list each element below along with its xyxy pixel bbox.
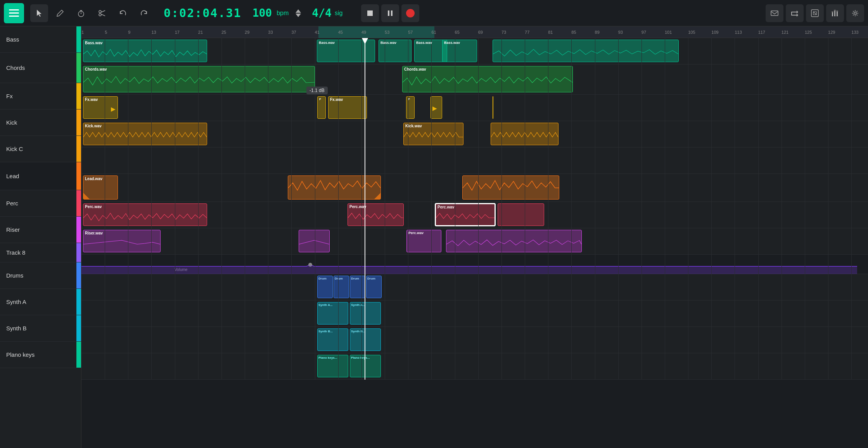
clip-drums-1[interactable]: Drum [317, 276, 333, 298]
clip-label-perc-2: Perc.wav [349, 205, 366, 209]
clip-perc-1[interactable]: Perc.wav [83, 203, 207, 226]
clip-bass-6[interactable] [493, 40, 679, 62]
time-signature-label: sig [335, 10, 342, 17]
scissors-tool-button[interactable] [93, 4, 111, 22]
track-row-track8: Volume [81, 255, 868, 274]
grid-line-133 [851, 38, 852, 380]
svg-rect-14 [836, 10, 838, 12]
settings-button[interactable] [846, 4, 864, 22]
track-item-plano-keys[interactable]: Plano keys [0, 342, 81, 368]
clip-label-bass-1: Bass.wav [85, 41, 103, 45]
track-color-kick-c [76, 136, 81, 162]
clip-perc-4[interactable] [498, 203, 544, 226]
track-color-riser [76, 217, 81, 243]
clip-riser-3[interactable]: Perc.wav [406, 230, 441, 252]
clip-riser-4[interactable] [446, 230, 582, 252]
hamburger-menu-button[interactable] [4, 3, 24, 23]
track-row-lead: Lead.wav [81, 174, 868, 202]
svg-rect-5 [391, 10, 393, 16]
track-item-kick-c[interactable]: Kick C [0, 136, 81, 162]
record-button[interactable] [401, 4, 419, 22]
clip-perc-2[interactable]: Perc.wav [348, 203, 404, 226]
timeline-area[interactable]: 1591317212529333741454953576165697377818… [81, 26, 868, 448]
clip-plano-2[interactable]: Plano keys... [350, 355, 381, 377]
grid-line-97 [641, 38, 642, 380]
clip-chords-2[interactable]: Chords.wav [402, 66, 573, 92]
clip-label-fx-3: Fx.wav [330, 97, 343, 102]
bpm-down-arrow[interactable] [296, 14, 301, 17]
ruler-mark-85: 85 [571, 30, 576, 35]
track-item-track8[interactable]: Track 8 [0, 243, 81, 262]
grid-line-5 [105, 38, 105, 380]
track-color-perc [76, 190, 81, 216]
bpm-arrows[interactable] [296, 9, 301, 17]
export-button[interactable] [806, 4, 824, 22]
undo-button[interactable] [114, 4, 132, 22]
track-item-lead[interactable]: Lead [0, 162, 81, 190]
waveform-perc-1 [83, 210, 207, 226]
clip-plano-1[interactable]: Plano keys... [317, 355, 348, 377]
clip-bass-2[interactable]: Bass.wav [317, 40, 375, 62]
ruler-mark-5: 5 [105, 30, 107, 35]
clip-kick-1[interactable]: Kick.wav [83, 123, 207, 145]
clip-fx-4[interactable]: F [406, 96, 415, 119]
grid-line-21 [198, 38, 199, 380]
clip-fx-6[interactable] [493, 96, 493, 119]
clip-lead-1[interactable]: Lead.wav [83, 175, 118, 200]
track-color-drums [76, 262, 81, 288]
clip-bass-1[interactable]: Bass.wav [83, 40, 207, 62]
clip-chords-1[interactable]: Chords.wav [83, 66, 315, 92]
track-item-bass[interactable]: Bass [0, 26, 81, 53]
clip-synth-a-1[interactable]: Synth A... [317, 302, 348, 325]
redo-button[interactable] [135, 4, 153, 22]
track-color-plano-keys [76, 342, 81, 368]
clip-perc-3[interactable]: Perc.wav [435, 203, 495, 226]
track-row-kick-c [81, 148, 868, 174]
clip-lead-2[interactable] [288, 175, 381, 200]
clip-riser-1[interactable]: Riser.wav [83, 230, 161, 252]
stop-button[interactable] [361, 4, 379, 22]
track-item-perc[interactable]: Perc [0, 190, 81, 217]
loop-button[interactable] [786, 4, 804, 22]
track-item-kick[interactable]: Kick [0, 109, 81, 136]
clip-lead-3[interactable] [462, 175, 559, 200]
track-item-chords[interactable]: Chords [0, 53, 81, 83]
clip-bass-3[interactable]: Bass.wav [379, 40, 412, 62]
pencil-tool-button[interactable] [51, 4, 69, 22]
bpm-up-arrow[interactable] [296, 9, 301, 13]
track-row-synth-b: Synth B... Synth B... [81, 327, 868, 353]
pause-button[interactable] [381, 4, 399, 22]
ruler-mark-53: 53 [385, 30, 389, 35]
track-item-riser[interactable]: Riser [0, 217, 81, 243]
clip-fx-1[interactable]: Fx.wav ▶ [83, 96, 118, 119]
grid-line-41 [315, 38, 315, 380]
clip-synth-b-1[interactable]: Synth B... [317, 328, 348, 351]
track-item-drums[interactable]: Drums [0, 262, 81, 289]
mixer-button[interactable] [826, 4, 844, 22]
clip-bass-5[interactable]: Bass.wav [442, 40, 477, 62]
clip-fx-2[interactable]: F [317, 96, 326, 119]
clip-drums-3[interactable]: Drum [350, 276, 365, 298]
envelope-button[interactable] [766, 4, 783, 22]
clip-synth-a-2[interactable]: Synth A... [350, 302, 381, 325]
clip-fx-5[interactable]: ▶ [431, 96, 442, 119]
cursor-tool-button[interactable] [30, 4, 48, 22]
ruler-mark-37: 37 [291, 30, 296, 35]
track-row-riser: Riser.wav [81, 228, 868, 255]
time-signature-value: 4/4 [312, 7, 332, 19]
grid-line-101 [665, 38, 665, 380]
clip-label-chords-2: Chords.wav [404, 67, 426, 71]
track-item-synth-a[interactable]: Synth A [0, 289, 81, 315]
clip-riser-2[interactable] [299, 230, 330, 252]
waveform-riser-2 [299, 236, 329, 252]
loop-region [318, 26, 434, 38]
track-item-synth-b[interactable]: Synth B [0, 315, 81, 342]
track-item-fx[interactable]: Fx [0, 83, 81, 109]
clip-label-kick-1: Kick.wav [85, 124, 102, 128]
timer-tool-button[interactable] [72, 4, 90, 22]
ruler-mark-29: 29 [245, 30, 249, 35]
clip-drums-2[interactable]: Drum [334, 276, 349, 298]
ruler-mark-77: 77 [525, 30, 529, 35]
clip-synth-b-2[interactable]: Synth B... [350, 328, 381, 351]
clip-drums-4[interactable]: Drum [366, 276, 382, 298]
